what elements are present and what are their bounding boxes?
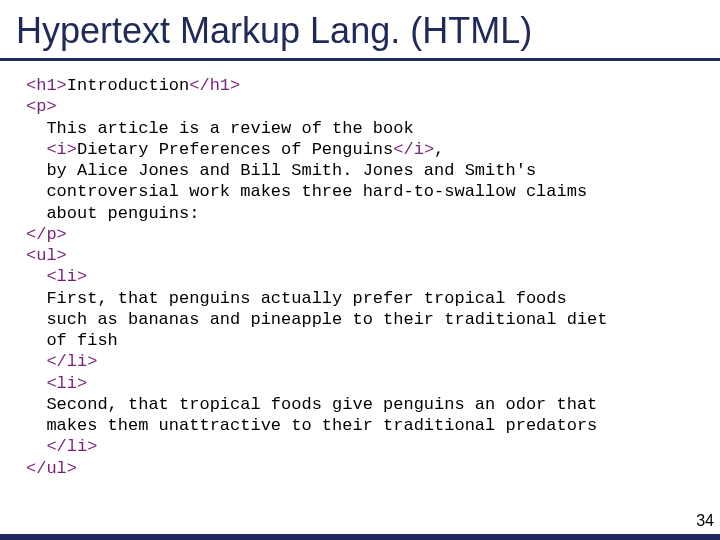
tag-h1-close: </h1> — [189, 76, 240, 95]
page-number: 34 — [696, 512, 714, 530]
code-text: makes them unattractive to their traditi… — [26, 416, 597, 435]
bottom-bar — [0, 534, 720, 540]
tag-p-close: </p> — [26, 225, 67, 244]
tag-li-close: </li> — [26, 352, 97, 371]
tag-h1-open: <h1> — [26, 76, 67, 95]
code-text: Dietary Preferences of Penguins — [77, 140, 393, 159]
tag-li-open: <li> — [26, 267, 87, 286]
tag-ul-open: <ul> — [26, 246, 67, 265]
tag-li-open: <li> — [26, 374, 87, 393]
code-text: Introduction — [67, 76, 189, 95]
code-text: of fish — [26, 331, 118, 350]
code-text: about penguins: — [26, 204, 199, 223]
code-text: This article is a review of the book — [26, 119, 414, 138]
tag-i-close: </i> — [393, 140, 434, 159]
code-text — [26, 140, 46, 159]
tag-i-open: <i> — [46, 140, 77, 159]
code-text: such as bananas and pineapple to their t… — [26, 310, 608, 329]
code-block: <h1>Introduction</h1> <p> This article i… — [0, 61, 720, 479]
tag-ul-close: </ul> — [26, 459, 77, 478]
code-text: controversial work makes three hard-to-s… — [26, 182, 587, 201]
tag-p-open: <p> — [26, 97, 57, 116]
code-text: Second, that tropical foods give penguin… — [26, 395, 597, 414]
code-text: , — [434, 140, 444, 159]
code-text: by Alice Jones and Bill Smith. Jones and… — [26, 161, 536, 180]
slide: Hypertext Markup Lang. (HTML) <h1>Introd… — [0, 0, 720, 540]
slide-title: Hypertext Markup Lang. (HTML) — [0, 0, 720, 56]
tag-li-close: </li> — [26, 437, 97, 456]
code-text: First, that penguins actually prefer tro… — [26, 289, 567, 308]
